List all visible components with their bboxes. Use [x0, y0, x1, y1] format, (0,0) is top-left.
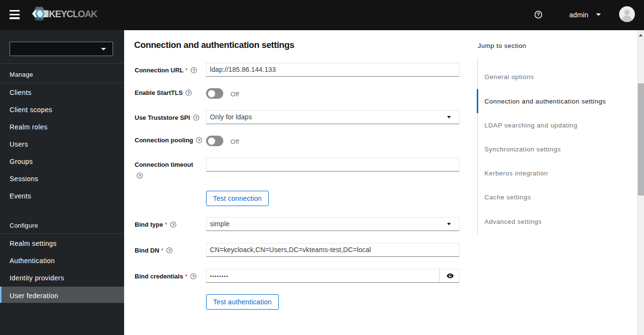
svg-text:?: ? [192, 68, 195, 72]
svg-text:?: ? [168, 248, 171, 253]
svg-text:?: ? [198, 138, 200, 142]
svg-text:?: ? [192, 274, 195, 278]
svg-text:?: ? [172, 222, 174, 227]
svg-text:?: ? [195, 115, 197, 120]
svg-text:?: ? [138, 173, 140, 178]
svg-text:?: ? [187, 90, 190, 95]
svg-text:KEYCLOAK: KEYCLOAK [49, 9, 98, 19]
svg-text:?: ? [537, 12, 540, 17]
